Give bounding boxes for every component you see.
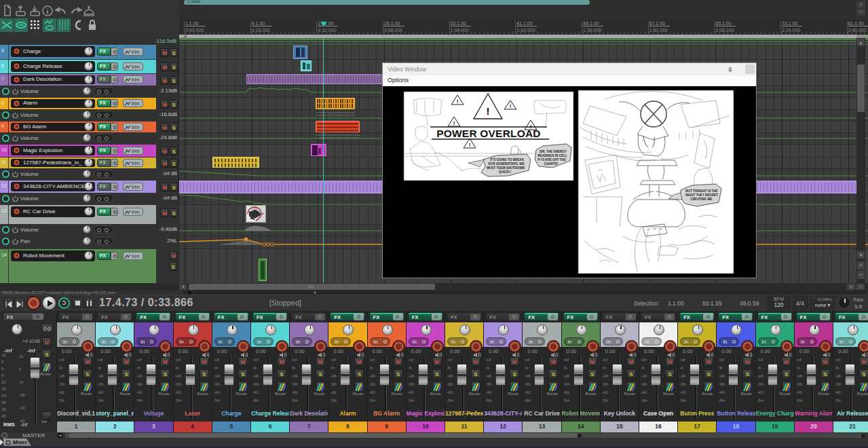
- svg-text:!: !: [469, 142, 471, 148]
- svg-text:P-73 ARE OFF THE: P-73 ARE OFF THE: [537, 158, 565, 162]
- svg-text:!: !: [510, 103, 512, 109]
- svg-text:CHARTS!: CHARTS!: [544, 162, 559, 166]
- svg-text:!: !: [487, 105, 490, 117]
- svg-text:!: !: [453, 120, 455, 126]
- svg-text:OUR GENERATORS, WE: OUR GENERATORS, WE: [488, 162, 524, 166]
- svg-text:!: !: [457, 98, 459, 105]
- svg-text:PNG: PNG: [250, 208, 257, 211]
- svg-text:QUICK!!: QUICK!!: [499, 170, 511, 174]
- svg-text:MUST THEM SHUTDOWN: MUST THEM SHUTDOWN: [487, 166, 525, 170]
- svg-text:BUT TONIGHT IS THE: BUT TONIGHT IS THE: [685, 189, 717, 193]
- svg-text:NIGHT THEY REGRET: NIGHT THEY REGRET: [685, 193, 718, 197]
- svg-text:IT'S GOING TO BREAK: IT'S GOING TO BREAK: [490, 158, 525, 162]
- svg-text:READINGS IN CELL: READINGS IN CELL: [537, 154, 567, 157]
- svg-text:POWER OVERLOAD: POWER OVERLOAD: [436, 128, 541, 139]
- svg-text:SIR, THE ENERGY: SIR, THE ENERGY: [540, 150, 567, 153]
- svg-text:CREATING ME.: CREATING ME.: [690, 198, 713, 201]
